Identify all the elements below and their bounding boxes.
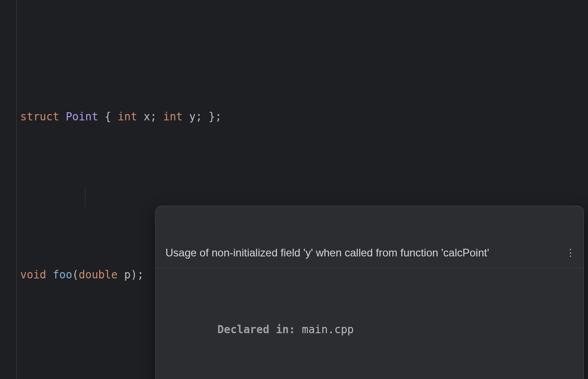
declared-in-file: main.cpp [302,323,354,336]
tooltip-body: Declared in: main.cpp Point pt [156,299,584,379]
code-editor[interactable]: struct Point { int x; int y; }; void foo… [0,0,588,379]
tooltip-header: Usage of non-initialized field 'y' when … [156,237,584,268]
tooltip-actions-button[interactable] [564,245,574,260]
declared-in-label: Declared in: [218,323,295,336]
code-area[interactable]: struct Point { int x; int y; }; void foo… [17,0,588,379]
more-vertical-icon [566,245,572,260]
code-line[interactable]: struct Point { int x; int y; }; [20,107,588,127]
tooltip-message: Usage of non-initialized field 'y' when … [165,245,564,260]
inspection-tooltip[interactable]: Usage of non-initialized field 'y' when … [155,206,584,379]
editor-gutter [0,0,17,379]
code-line[interactable] [20,166,588,186]
indent-guide [85,187,85,207]
